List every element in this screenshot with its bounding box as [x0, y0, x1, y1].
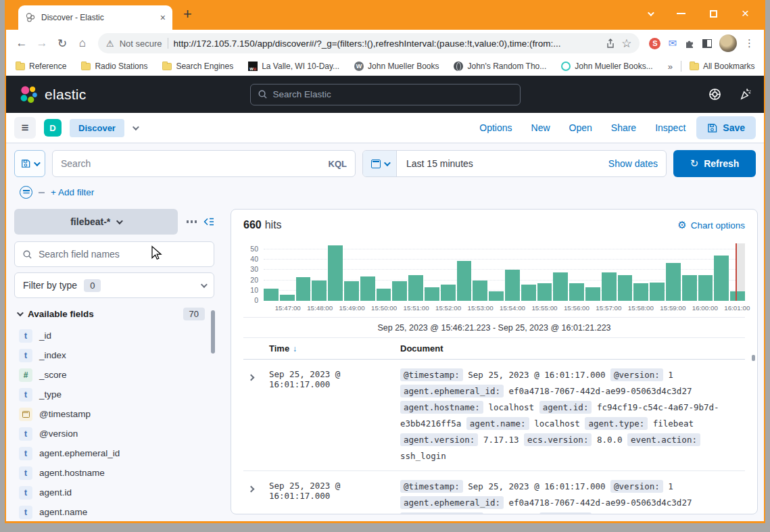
elastic-search-input[interactable]: Search Elastic — [250, 84, 521, 105]
histogram-bar[interactable] — [360, 276, 375, 301]
field-list-item[interactable]: t@version — [14, 424, 214, 443]
histogram-bar[interactable] — [633, 283, 648, 301]
new-link[interactable]: New — [531, 122, 550, 133]
chart-options-button[interactable]: ⚙ Chart options — [677, 219, 745, 231]
histogram-bar[interactable] — [553, 272, 568, 301]
histogram-bar[interactable] — [457, 261, 472, 301]
side-panel-icon[interactable] — [702, 39, 712, 48]
field-list-item[interactable]: t_id — [14, 326, 214, 345]
index-pattern-select[interactable]: filebeat-* — [14, 209, 178, 235]
histogram-bar[interactable] — [698, 275, 713, 301]
mail-extension-icon[interactable]: ✉ — [668, 37, 677, 49]
sidebar-scrollbar-thumb[interactable] — [211, 310, 215, 354]
space-avatar[interactable]: D — [44, 119, 62, 137]
search-query-input[interactable]: Search KQL — [52, 150, 356, 177]
url-bar[interactable]: ⚠ Not secure http://172.105.7.150/app/di… — [98, 33, 640, 53]
field-list-item[interactable]: tagent.name — [14, 502, 214, 521]
histogram-bar[interactable] — [392, 281, 407, 301]
field-list-item[interactable]: @timestamp — [14, 404, 214, 424]
field-list-item[interactable]: tagent.id — [14, 483, 214, 502]
bookmark-item[interactable]: Radio Stations — [81, 62, 147, 71]
field-list-item[interactable]: #_score — [14, 365, 214, 385]
bookmark-item[interactable]: John Mueller Books... — [561, 62, 652, 71]
query-language-button[interactable]: KQL — [329, 159, 347, 169]
histogram-bar[interactable] — [344, 281, 359, 301]
histogram-bar[interactable] — [602, 272, 617, 301]
histogram-bar[interactable] — [682, 275, 697, 301]
histogram-bar[interactable] — [377, 289, 391, 301]
histogram-bar[interactable] — [505, 270, 520, 301]
breadcrumb-discover[interactable]: Discover — [70, 119, 124, 137]
field-search-input[interactable]: Search field names — [14, 241, 214, 267]
inspect-link[interactable]: Inspect — [655, 122, 685, 133]
news-party-icon[interactable] — [739, 88, 752, 101]
window-chevron-icon[interactable] — [648, 9, 654, 16]
all-bookmarks-button[interactable]: All Bookmarks — [690, 62, 755, 71]
histogram-bar[interactable] — [521, 285, 536, 301]
histogram-bar[interactable] — [280, 295, 295, 301]
hamburger-menu-button[interactable]: ≡ — [14, 117, 36, 139]
bookmark-item[interactable]: WJohn Mueller Books — [354, 62, 439, 71]
home-icon[interactable]: ⌂ — [74, 37, 91, 50]
expand-row-button[interactable] — [243, 367, 269, 464]
filter-sets-icon[interactable] — [20, 186, 32, 199]
histogram-bar[interactable] — [296, 277, 311, 301]
bookmark-item[interactable]: John's Random Tho... — [454, 62, 546, 71]
field-options-icon[interactable] — [187, 220, 197, 223]
open-link[interactable]: Open — [569, 122, 592, 133]
results-scrollbar-thumb[interactable] — [752, 355, 755, 361]
histogram-bar[interactable] — [473, 281, 487, 301]
options-link[interactable]: Options — [479, 122, 512, 133]
share-link[interactable]: Share — [611, 122, 636, 133]
field-list-item[interactable]: t_type — [14, 385, 214, 404]
histogram-bar[interactable] — [537, 283, 552, 301]
refresh-button[interactable]: ↻ Refresh — [673, 150, 756, 177]
extension-s-icon[interactable]: S — [649, 38, 660, 49]
histogram-bar[interactable] — [312, 281, 327, 301]
histogram-bar[interactable] — [408, 275, 423, 301]
window-minimize-button[interactable] — [677, 13, 685, 14]
histogram-bar[interactable] — [425, 287, 439, 301]
breadcrumb-chevron-icon[interactable] — [133, 124, 139, 130]
time-range-value[interactable]: Last 15 minutes — [397, 158, 600, 169]
tab-close-icon[interactable]: × — [160, 12, 166, 23]
histogram-bar[interactable] — [618, 275, 633, 301]
elastic-brand[interactable]: elastic — [18, 84, 87, 105]
bookmark-item[interactable]: Search Engines — [162, 62, 233, 71]
url-text[interactable]: http://172.105.7.150/app/discover#/?_g=(… — [174, 39, 600, 49]
extensions-puzzle-icon[interactable] — [684, 38, 695, 49]
browser-tab[interactable]: Discover - Elastic × — [18, 5, 172, 30]
saved-query-menu-button[interactable] — [14, 150, 45, 177]
back-icon[interactable]: ← — [13, 37, 30, 50]
menu-kebab-icon[interactable]: ⋮ — [744, 37, 754, 49]
reload-icon[interactable]: ↻ — [53, 37, 71, 51]
histogram-bar[interactable] — [666, 263, 681, 301]
forward-icon[interactable]: → — [33, 37, 51, 50]
date-quick-menu-button[interactable] — [363, 151, 397, 176]
add-filter-link[interactable]: + Add filter — [51, 187, 94, 197]
histogram-bar[interactable] — [585, 287, 600, 301]
histogram-bar[interactable] — [489, 291, 504, 301]
not-secure-label[interactable]: Not secure — [120, 39, 162, 49]
histogram-bar[interactable] — [264, 289, 279, 301]
field-list-item[interactable]: tagent.ephemeral_id — [14, 443, 214, 463]
bookmark-item[interactable]: Reference — [16, 62, 66, 71]
field-list-item[interactable]: t_index — [14, 345, 214, 365]
window-maximize-button[interactable] — [710, 10, 717, 18]
available-fields-header[interactable]: Available fields 70 — [14, 308, 214, 320]
save-button[interactable]: Save — [696, 116, 756, 139]
show-dates-link[interactable]: Show dates — [600, 158, 666, 169]
profile-avatar[interactable] — [719, 34, 737, 52]
share-icon[interactable] — [605, 38, 616, 49]
histogram-bar[interactable] — [730, 291, 745, 301]
expand-row-button[interactable] — [243, 479, 269, 514]
histogram-bar[interactable] — [569, 283, 584, 301]
histogram-bar[interactable] — [328, 245, 343, 301]
window-close-button[interactable]: × — [742, 9, 749, 18]
filter-by-type-select[interactable]: Filter by type 0 — [14, 272, 214, 298]
histogram-bar[interactable] — [441, 285, 456, 301]
histogram-bar[interactable] — [714, 256, 729, 301]
histogram-bar[interactable] — [650, 283, 665, 301]
bookmarks-overflow-icon[interactable]: » — [668, 62, 673, 72]
star-icon[interactable]: ☆ — [621, 37, 631, 51]
